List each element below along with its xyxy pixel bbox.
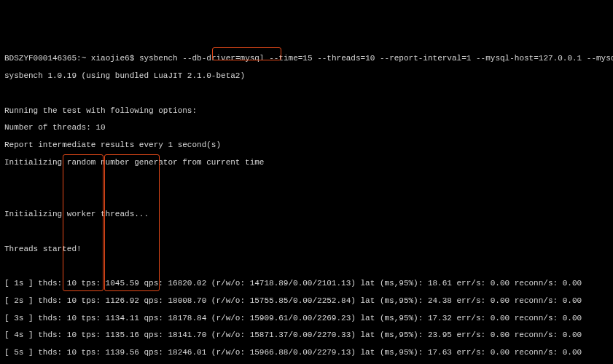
sysbench-version: sysbench 1.0.19 (using bundled LuaJIT 2.… bbox=[4, 72, 609, 81]
interval-row: [ 2s ] thds: 10 tps: 1126.92 qps: 18008.… bbox=[4, 297, 609, 306]
sysbench-args: --db-driver=mysql --time=15 --threads=10… bbox=[182, 54, 613, 63]
interval-row: [ 3s ] thds: 10 tps: 1134.11 qps: 18178.… bbox=[4, 314, 609, 323]
sysbench-command: sysbench bbox=[139, 54, 178, 63]
interval-row: [ 1s ] thds: 10 tps: 1045.59 qps: 16820.… bbox=[4, 280, 609, 288]
blank bbox=[4, 228, 609, 237]
command-line-1: BDSZYF000146365:~ xiaojie6$ sysbench --d… bbox=[4, 55, 609, 63]
blank bbox=[4, 262, 609, 271]
blank bbox=[4, 193, 609, 202]
interval-row: [ 5s ] thds: 10 tps: 1139.56 qps: 18246.… bbox=[4, 349, 609, 357]
option-report-interval: Report intermediate results every 1 seco… bbox=[4, 141, 609, 150]
terminal-output: BDSZYF000146365:~ xiaojie6$ sysbench --d… bbox=[0, 43, 613, 364]
option-rand-init: Initializing random number generator fro… bbox=[4, 159, 609, 167]
interval-row: [ 4s ] thds: 10 tps: 1135.16 qps: 18141.… bbox=[4, 331, 609, 340]
init-workers: Initializing worker threads... bbox=[4, 210, 609, 219]
option-threads: Number of threads: 10 bbox=[4, 124, 609, 132]
options-header: Running the test with following options: bbox=[4, 107, 609, 116]
blank bbox=[4, 176, 609, 185]
blank bbox=[4, 90, 609, 98]
shell-prompt: BDSZYF000146365:~ xiaojie6$ bbox=[4, 54, 134, 63]
threads-started: Threads started! bbox=[4, 245, 609, 254]
